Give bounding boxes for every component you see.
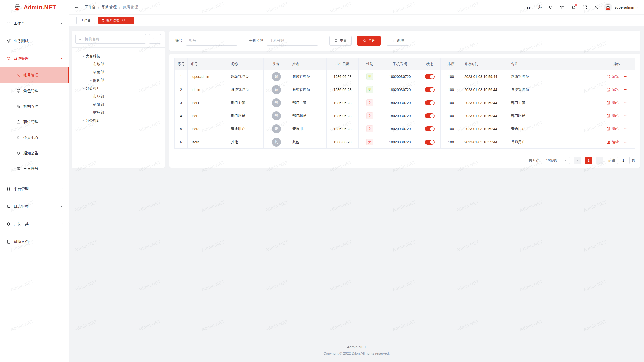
sidebar-item-日志管理[interactable]: 日志管理 [0,198,69,215]
tab-账号管理[interactable]: 账号管理 [98,17,134,24]
sidebar-item-开发工具[interactable]: 开发工具 [0,215,69,233]
edit-button[interactable]: 编辑 [606,74,619,79]
fullscreen-icon[interactable] [582,5,587,10]
breadcrumb: 工作台/系统管理/账号管理 [84,5,138,10]
goto-page-input[interactable] [617,157,630,164]
close-icon[interactable] [127,19,131,22]
more-dots-icon [623,127,628,131]
tree-node-财务部[interactable]: 财务部 [75,108,161,116]
logo[interactable]: Admin.NET [0,0,69,15]
org-tree-toolbar [75,34,161,44]
account-input[interactable] [186,36,237,46]
cell-name: 部门职员 [289,109,327,122]
breadcrumb-item-工作台[interactable]: 工作台 [84,5,96,10]
cell-gender: 男 [359,70,381,83]
tree-node-研发部[interactable]: 研发部 [75,68,161,76]
sidebar-item-业务测试[interactable]: 业务测试 [0,32,69,50]
edit-button[interactable]: 编辑 [606,127,619,131]
sidebar-item-角色管理[interactable]: 角色管理 [0,83,69,99]
status-toggle[interactable] [425,113,435,118]
gender-badge: 男 [366,73,373,80]
edit-button[interactable]: 编辑 [606,114,619,118]
status-toggle[interactable] [425,100,435,105]
search-icon[interactable] [548,5,553,10]
avatar[interactable] [604,3,612,11]
tree-caret-icon[interactable]: ▸ [81,119,86,122]
refresh-icon[interactable] [122,19,125,22]
language-icon[interactable]: 中 [537,5,542,10]
status-toggle[interactable] [425,87,435,92]
sidebar-item-工作台[interactable]: 工作台 [0,15,69,32]
collapse-sidebar-icon[interactable] [74,5,79,10]
theme-icon[interactable] [560,5,565,10]
tree-node-研发部[interactable]: 研发部 [75,100,161,108]
tree-node-财务部[interactable]: ▸财务部 [75,76,161,84]
cell-gender: 女 [359,122,381,135]
org-more-button[interactable] [149,34,161,44]
row-more-button[interactable] [623,114,628,118]
breadcrumb-item-系统管理[interactable]: 系统管理 [102,5,117,10]
tree-node-分公司1[interactable]: ▾分公司1 [75,84,161,92]
sidebar-item-系统管理[interactable]: 系统管理 [0,50,69,67]
username[interactable]: superadmin [615,5,634,9]
tree-caret-icon[interactable]: ▸ [89,79,93,82]
next-page-button[interactable] [596,157,603,164]
cell-name: 普通用户 [289,122,327,135]
prev-page-button[interactable] [574,157,581,164]
cell-index: 4 [175,109,188,122]
page-size-select[interactable]: 10条/页 [544,157,570,164]
cell-account: user4 [188,135,228,149]
edit-button[interactable]: 编辑 [606,101,619,105]
sidebar-item-平台管理[interactable]: 平台管理 [0,180,69,198]
tree-node-分公司2[interactable]: ▸分公司2 [75,116,161,124]
cell-nickname: 超级管理员 [228,70,264,83]
tree-caret-icon[interactable]: ▾ [81,87,86,90]
cell-status [419,122,441,135]
tree-node-大名科技[interactable]: ▾大名科技 [75,52,161,60]
cell-nickname: 普通用户 [228,122,264,135]
row-more-button[interactable] [623,101,628,105]
edit-button[interactable]: 编辑 [606,140,619,144]
cell-status [419,83,441,96]
sidebar-item-职位管理[interactable]: 职位管理 [0,114,69,130]
edit-button[interactable]: 编辑 [606,87,619,92]
status-toggle[interactable] [425,126,435,131]
row-more-button[interactable] [623,74,628,79]
submenu-系统管理: 账号管理角色管理机构管理职位管理个人中心通知公告三方账号 [0,67,69,180]
cell-modified: 2023-01-03 10:59:44 [461,70,508,83]
sidebar-item-账号管理[interactable]: 账号管理 [0,67,69,83]
row-more-button[interactable] [623,140,628,144]
row-more-button[interactable] [623,127,628,131]
notification-icon[interactable] [571,5,576,10]
cell-status [419,70,441,83]
add-button[interactable]: 新增 [387,36,409,46]
font-size-icon[interactable]: TT [526,5,531,10]
cell-gender: 女 [359,135,381,149]
tree-node-市场部[interactable]: 市场部 [75,60,161,68]
sidebar-item-三方账号[interactable]: 三方账号 [0,161,69,176]
status-toggle[interactable] [425,140,435,145]
status-toggle[interactable] [425,74,435,79]
plus-icon [391,39,395,43]
sidebar-item-机构管理[interactable]: 机构管理 [0,99,69,114]
reset-button[interactable]: 重置 [329,36,352,46]
current-page[interactable]: 1 [585,157,592,164]
org-search-input[interactable] [85,37,143,41]
row-more-button[interactable] [623,87,628,92]
chevron-down-icon[interactable] [635,6,639,9]
column-header-name: 姓名 [289,58,327,70]
row-avatar: 系 [272,85,281,94]
sidebar: Admin.NET 工作台业务测试系统管理账号管理角色管理机构管理职位管理个人中… [0,0,69,362]
tree-caret-icon[interactable]: ▾ [81,55,86,58]
sidebar-item-个人中心[interactable]: 个人中心 [0,130,69,145]
person-icon[interactable] [594,5,599,10]
chevron-left-icon [576,159,579,162]
sidebar-item-通知公告[interactable]: 通知公告 [0,145,69,161]
phone-input[interactable] [267,36,318,46]
org-tree: ▾大名科技市场部研发部▸财务部▾分公司1市场部研发部财务部▸分公司2 [75,48,161,124]
tab-工作台[interactable]: 工作台 [76,17,95,24]
query-button[interactable]: 查询 [357,36,381,46]
sidebar-item-帮助文档[interactable]: 帮助文档 [0,233,69,250]
tree-node-市场部[interactable]: 市场部 [75,92,161,100]
header-actions: TT中 superadmin [519,3,639,11]
